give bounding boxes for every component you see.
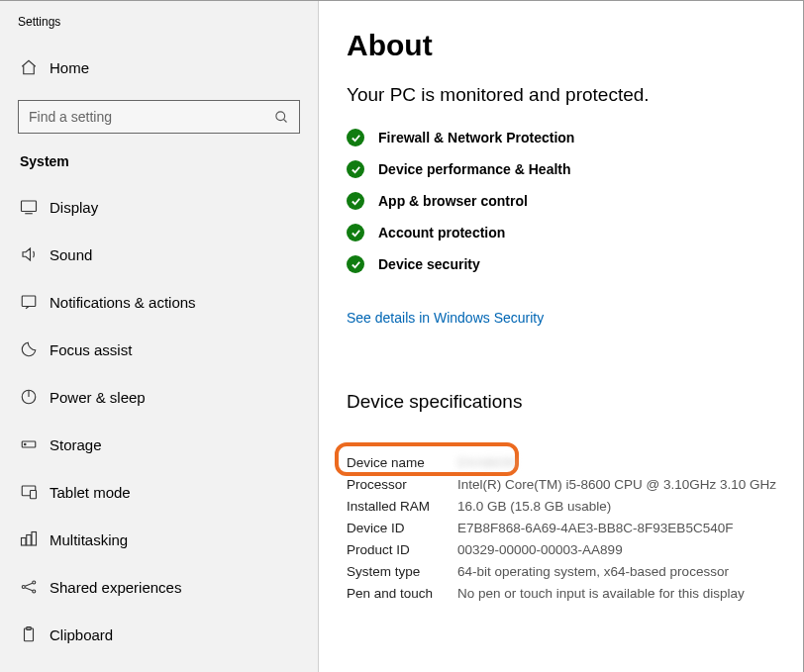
spec-key: Installed RAM <box>347 496 457 518</box>
security-status-list: Firewall & Network Protection Device per… <box>347 122 783 280</box>
svg-rect-11 <box>22 538 27 546</box>
display-icon <box>20 198 50 216</box>
multitasking-icon <box>20 530 50 548</box>
notifications-icon <box>20 293 50 311</box>
spec-value: 64-bit operating system, x64-based proce… <box>457 561 729 583</box>
sound-icon <box>20 245 50 263</box>
main-content: About Your PC is monitored and protected… <box>319 1 803 672</box>
device-spec-table: Device name DXAB035 Processor Intel(R) C… <box>347 452 783 605</box>
sidebar-item-shared-experiences[interactable]: Shared experiences <box>0 563 318 611</box>
check-icon <box>347 192 364 210</box>
tablet-icon <box>20 483 50 501</box>
status-device-performance: Device performance & Health <box>347 153 783 185</box>
spec-key: Device name <box>347 452 457 474</box>
svg-rect-13 <box>32 532 37 546</box>
sidebar-item-sound[interactable]: Sound <box>0 231 318 278</box>
spec-value: 16.0 GB (15.8 GB usable) <box>457 496 611 518</box>
svg-rect-2 <box>22 201 37 212</box>
status-account-protection: Account protection <box>347 217 783 248</box>
focus-assist-icon <box>20 340 50 358</box>
protection-heading: Your PC is monitored and protected. <box>347 84 783 106</box>
status-app-browser: App & browser control <box>347 185 783 217</box>
spec-value: Intel(R) Core(TM) i5-8600 CPU @ 3.10GHz … <box>457 474 776 496</box>
shared-icon <box>20 578 50 596</box>
sidebar-item-label: Shared experiences <box>50 579 181 596</box>
check-icon <box>347 224 364 241</box>
sidebar-item-clipboard[interactable]: Clipboard <box>0 611 318 658</box>
sidebar-item-multitasking[interactable]: Multitasking <box>0 516 318 563</box>
spec-value: No pen or touch input is available for t… <box>457 583 745 605</box>
home-icon <box>20 58 50 76</box>
spec-key: Pen and touch <box>347 583 457 605</box>
sidebar-item-label: Display <box>50 199 98 216</box>
sidebar-item-label: Focus assist <box>50 341 132 358</box>
sidebar-item-label: Notifications & actions <box>50 294 196 311</box>
sidebar-item-tablet-mode[interactable]: Tablet mode <box>0 468 318 516</box>
spec-row-device-id: Device ID E7B8F868-6A69-4AE3-BB8C-8F93EB… <box>347 518 783 539</box>
status-label: Device security <box>378 256 480 272</box>
sidebar-item-label: Sound <box>50 246 92 263</box>
sidebar-item-label: Multitasking <box>50 531 128 548</box>
svg-line-1 <box>283 119 286 122</box>
clipboard-icon <box>20 625 50 643</box>
spec-key: System type <box>347 561 457 583</box>
sidebar-category: System <box>0 147 318 183</box>
device-spec-heading: Device specifications <box>347 391 783 413</box>
spec-key: Product ID <box>347 539 457 561</box>
check-icon <box>347 255 364 273</box>
status-label: App & browser control <box>378 193 528 209</box>
check-icon <box>347 160 364 178</box>
spec-value-device-name: DXAB035 <box>457 452 516 474</box>
spec-row-device-name: Device name DXAB035 <box>347 452 783 474</box>
search-input[interactable] <box>29 109 274 125</box>
sidebar-item-notifications[interactable]: Notifications & actions <box>0 278 318 326</box>
sidebar-item-display[interactable]: Display <box>0 183 318 231</box>
spec-row-system-type: System type 64-bit operating system, x64… <box>347 561 783 583</box>
status-label: Firewall & Network Protection <box>378 130 574 145</box>
svg-point-15 <box>33 581 36 584</box>
status-label: Account protection <box>378 225 505 240</box>
svg-rect-12 <box>27 535 32 546</box>
svg-rect-4 <box>22 296 36 307</box>
svg-point-14 <box>22 586 25 589</box>
search-icon <box>274 110 289 125</box>
home-nav-item[interactable]: Home <box>0 45 318 90</box>
sidebar-item-label: Storage <box>50 436 102 453</box>
page-title: About <box>347 29 783 62</box>
svg-line-17 <box>25 583 33 586</box>
sidebar-item-power-sleep[interactable]: Power & sleep <box>0 373 318 421</box>
home-label: Home <box>50 59 89 76</box>
spec-row-pen-touch: Pen and touch No pen or touch input is a… <box>347 583 783 605</box>
spec-key: Processor <box>347 474 457 496</box>
svg-line-18 <box>25 588 33 591</box>
status-label: Device performance & Health <box>378 161 571 177</box>
sidebar-item-focus-assist[interactable]: Focus assist <box>0 326 318 373</box>
settings-sidebar: Settings Home System Display Sound Notif… <box>0 1 319 672</box>
spec-row-ram: Installed RAM 16.0 GB (15.8 GB usable) <box>347 496 783 518</box>
status-firewall: Firewall & Network Protection <box>347 122 783 153</box>
check-icon <box>347 129 364 146</box>
windows-security-link[interactable]: See details in Windows Security <box>347 310 544 326</box>
spec-value: E7B8F868-6A69-4AE3-BB8C-8F93EB5C540F <box>457 518 733 539</box>
search-input-wrapper[interactable] <box>18 100 300 134</box>
svg-rect-10 <box>31 491 37 499</box>
svg-point-0 <box>276 111 285 120</box>
svg-point-8 <box>25 443 27 445</box>
svg-point-16 <box>33 590 36 593</box>
window-title: Settings <box>0 9 318 45</box>
sidebar-item-label: Power & sleep <box>50 389 146 406</box>
spec-value: 00329-00000-00003-AA899 <box>457 539 623 561</box>
power-icon <box>20 388 50 406</box>
storage-icon <box>20 435 50 453</box>
spec-row-product-id: Product ID 00329-00000-00003-AA899 <box>347 539 783 561</box>
spec-row-processor: Processor Intel(R) Core(TM) i5-8600 CPU … <box>347 474 783 496</box>
sidebar-item-label: Clipboard <box>50 626 113 643</box>
sidebar-item-storage[interactable]: Storage <box>0 421 318 468</box>
status-device-security: Device security <box>347 248 783 280</box>
sidebar-item-label: Tablet mode <box>50 484 131 501</box>
spec-key: Device ID <box>347 518 457 539</box>
